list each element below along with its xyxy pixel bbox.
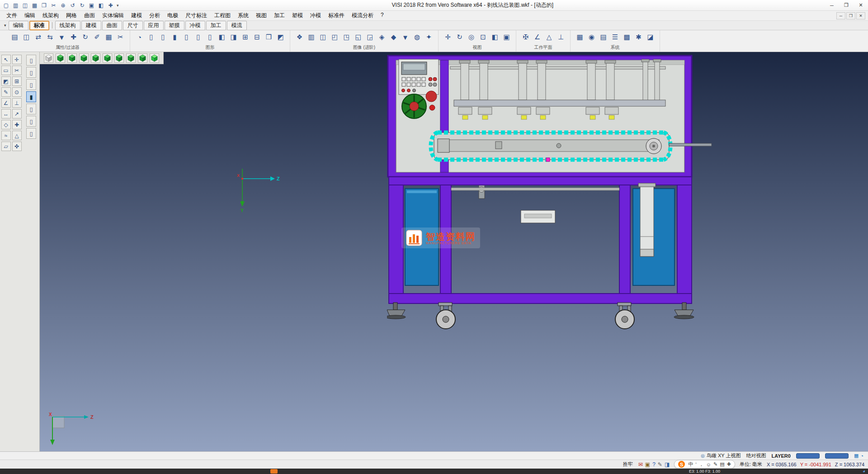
undo-icon[interactable]: ↺	[68, 1, 77, 9]
edit-status-icon[interactable]: ✎	[658, 461, 662, 468]
gem-icon[interactable]: ◈	[377, 32, 387, 43]
column2-icon[interactable]: ▯	[193, 32, 203, 43]
menu-drafting[interactable]: 工程图	[211, 11, 234, 20]
cylinder2-icon[interactable]: ▯	[158, 32, 168, 43]
menu-file[interactable]: 文件	[3, 11, 21, 20]
workplane-normal-icon[interactable]: ⊥	[556, 32, 566, 43]
ime-emoji-button[interactable]: ☺	[706, 462, 711, 467]
doc-minimize-button[interactable]: ─	[836, 12, 845, 19]
tab-machining[interactable]: 加工	[206, 21, 226, 30]
snap-diamond-icon[interactable]: ◇	[1, 120, 11, 129]
menu-help[interactable]: ?	[377, 11, 387, 20]
tab-die[interactable]: 冲模	[185, 21, 205, 30]
sphere-icon[interactable]: ◍	[412, 32, 422, 43]
angle-icon[interactable]: ∠	[1, 98, 11, 108]
texture-icon[interactable]: ▥	[306, 32, 316, 43]
workplane-angle-icon[interactable]: ∠	[532, 32, 542, 43]
link-icon[interactable]: ⇄	[33, 32, 43, 43]
display-shaded-edges-icon[interactable]: ▮	[26, 91, 36, 102]
menu-standard-parts[interactable]: 标准件	[325, 11, 348, 20]
box-select-icon[interactable]: ▭	[1, 66, 11, 75]
sphere-mini-icon[interactable]: ◔	[860, 453, 863, 459]
menu-mesh[interactable]: 网格	[62, 11, 80, 20]
dynamic-rotate-icon[interactable]	[150, 53, 159, 63]
menu-solid-edit[interactable]: 实体编辑	[99, 11, 127, 20]
panel-status-icon[interactable]: ◨	[665, 461, 670, 468]
perpendicular-icon[interactable]: ⊥	[12, 98, 22, 108]
zoom-cube-icon[interactable]	[56, 53, 65, 63]
chamfer-icon[interactable]: ◩	[1, 76, 11, 86]
remove-box-icon[interactable]: ⊟	[252, 32, 262, 43]
tab-modeling[interactable]: 建模	[81, 21, 101, 30]
list-icon[interactable]: ☰	[610, 32, 620, 43]
palette-icon[interactable]: ▦	[854, 453, 859, 459]
minimize-button[interactable]: ─	[825, 0, 839, 10]
snapshot-icon[interactable]: ▣	[645, 461, 650, 468]
frame-box-icon[interactable]: ❒	[264, 32, 274, 43]
solid-icon[interactable]: ◆	[388, 32, 399, 43]
mirror-icon[interactable]: ↔	[1, 109, 11, 118]
display-transparent-icon[interactable]: ▯	[26, 104, 36, 114]
render-icon[interactable]: ❖	[294, 32, 305, 43]
move-icon[interactable]: ↗	[12, 109, 22, 118]
zoom-window-icon[interactable]: ⊡	[478, 32, 488, 43]
mask-icon[interactable]: ◪	[645, 32, 656, 43]
point-icon[interactable]: ⊙	[12, 87, 22, 97]
tab-wireframe[interactable]: 线架构	[55, 21, 80, 30]
open-file-icon[interactable]: ▥	[11, 1, 20, 9]
split-view-icon[interactable]: ◧	[490, 32, 500, 43]
display-analysis-icon[interactable]: ▯	[26, 116, 36, 127]
attribute-icon[interactable]: ▤	[9, 32, 20, 43]
menu-machining[interactable]: 加工	[270, 11, 288, 20]
trim-icon[interactable]: ✂	[12, 66, 22, 75]
filter-dropdown-icon[interactable]: ▼	[57, 32, 67, 43]
light-br-icon[interactable]: ◲	[365, 32, 375, 43]
fit-page-icon[interactable]	[44, 53, 53, 63]
ime-quote-button[interactable]: ’	[695, 462, 696, 467]
save-icon[interactable]: ◫	[21, 1, 29, 9]
help-status-icon[interactable]: ?	[652, 461, 656, 468]
cylinder1-icon[interactable]: ▯	[146, 32, 156, 43]
menu-modeling[interactable]: 建模	[127, 11, 146, 20]
ime-comma-button[interactable]: ，	[699, 461, 704, 468]
close-button[interactable]: ✕	[854, 0, 868, 10]
material-icon[interactable]: ◫	[318, 32, 328, 43]
menu-dimension[interactable]: 尺寸标注	[182, 11, 211, 20]
cut-icon[interactable]: ✂	[49, 1, 58, 9]
column1-icon[interactable]: ▯	[181, 32, 192, 43]
exchange-icon[interactable]: ⇆	[45, 32, 55, 43]
menu-analysis[interactable]: 分析	[146, 11, 164, 20]
settings-icon[interactable]: ✱	[633, 32, 644, 43]
doc-close-button[interactable]: ✕	[856, 12, 865, 19]
absolute-view-button[interactable]: 绝对视图	[746, 452, 766, 459]
menu-wireframe[interactable]: 线架构	[39, 11, 62, 20]
tab-edit[interactable]: 编辑	[9, 21, 28, 30]
save-all-icon[interactable]: ▦	[30, 1, 39, 9]
workplane-3pt-icon[interactable]: △	[544, 32, 554, 43]
tab-moldflow[interactable]: 模流	[227, 21, 247, 30]
left-view-icon[interactable]	[126, 53, 136, 63]
new-file-icon[interactable]: ▢	[2, 1, 10, 9]
redo-icon[interactable]: ↻	[78, 1, 86, 9]
add-filter-icon[interactable]: ✚	[68, 32, 79, 43]
triangle-icon[interactable]: △	[12, 131, 22, 140]
taskbar-app-icon[interactable]	[270, 469, 278, 474]
view-name-indicator[interactable]: ◎ 鸟瞰 XY 上视图	[701, 452, 741, 459]
back-view-icon[interactable]	[138, 53, 147, 63]
select-icon[interactable]: ↖	[1, 55, 11, 64]
ime-keyboard-button[interactable]: ▤	[720, 461, 724, 467]
doc-restore-button[interactable]: ❐	[846, 12, 855, 19]
menu-system[interactable]: 系统	[234, 11, 252, 20]
maximize-button[interactable]: ❐	[839, 0, 854, 10]
viewport[interactable]: Z Y X 智造资料网 MANUFACTURERS DATA	[40, 52, 868, 451]
display-hidden-icon[interactable]: ▯	[26, 67, 36, 78]
add-geometry-icon[interactable]: ✚	[12, 120, 22, 129]
curve-icon[interactable]: ≈	[1, 131, 11, 140]
light-tr-icon[interactable]: ◳	[341, 32, 352, 43]
menu-die[interactable]: 冲模	[307, 11, 325, 20]
plane-icon[interactable]: ▱	[1, 142, 11, 151]
layer-color-chip[interactable]	[796, 453, 820, 459]
ime-lang-button[interactable]: 中	[688, 461, 693, 468]
filter-preview-icon[interactable]: ◫	[21, 32, 32, 43]
menu-moldflow[interactable]: 模流分析	[348, 11, 377, 20]
